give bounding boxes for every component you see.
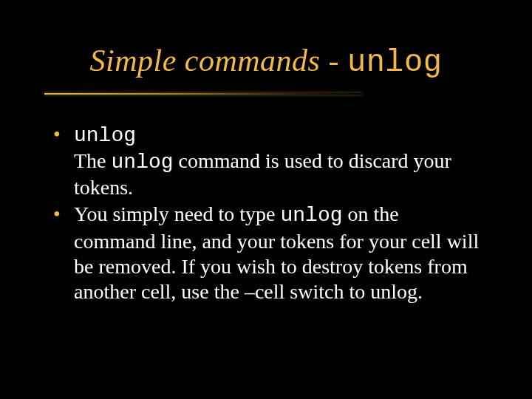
bullet-inline-mono: unlog (281, 204, 343, 227)
bullet-keyword: unlog (74, 124, 136, 147)
slide-body: unlog The unlog command is used to disca… (52, 122, 480, 306)
list-item: You simply need to type unlog on the com… (52, 202, 480, 304)
bullet-text: You simply need to type (74, 202, 281, 225)
slide: Simple commands - unlog unlog The unlog … (0, 0, 532, 399)
title-prefix: Simple commands - (90, 44, 347, 78)
title-keyword: unlog (347, 45, 443, 81)
bullet-list: unlog The unlog command is used to disca… (52, 122, 480, 304)
list-item: unlog The unlog command is used to disca… (52, 122, 480, 200)
bullet-text: The (74, 149, 112, 172)
slide-title: Simple commands - unlog (0, 43, 532, 81)
title-divider (44, 93, 362, 95)
bullet-inline-mono: unlog (112, 151, 174, 174)
